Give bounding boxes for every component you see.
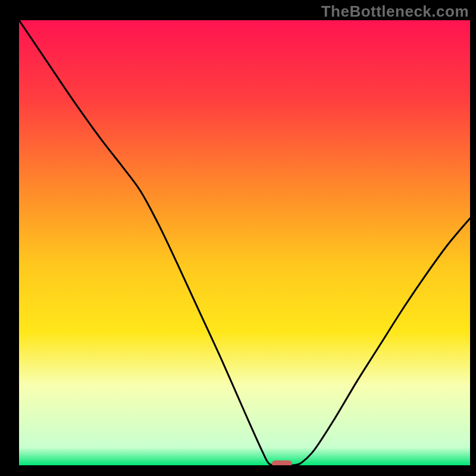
optimal-marker [272, 461, 292, 465]
gradient-background [19, 20, 470, 465]
plot-area [19, 20, 470, 465]
chart-svg [19, 20, 470, 465]
watermark-label: TheBottleneck.com [321, 2, 469, 21]
chart-frame: TheBottleneck.com [0, 0, 476, 476]
